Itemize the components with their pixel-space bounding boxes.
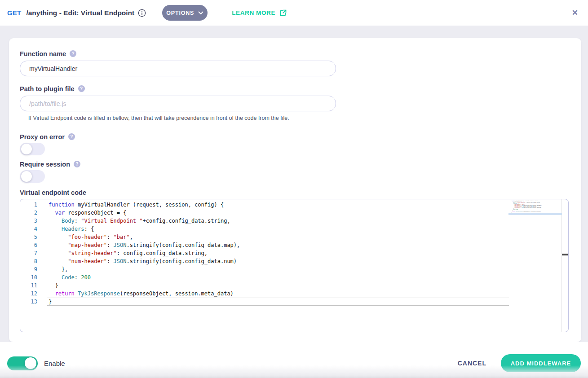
function-name-input[interactable] — [20, 61, 336, 76]
code-line: Body: "Virtual Endpoint "+config.config_… — [49, 217, 240, 225]
line-number: 12 — [20, 290, 37, 298]
code-line: "num-header": JSON.stringify(config.conf… — [49, 257, 240, 265]
function-name-field-label: Function name ? — [20, 50, 569, 57]
content-card: Function name ? Path to plugin file ? If… — [9, 38, 581, 342]
line-number: 9 — [20, 265, 37, 273]
proxy-on-error-toggle[interactable] — [20, 143, 45, 155]
http-method-badge: GET — [7, 9, 21, 17]
enable-toggle[interactable] — [7, 356, 38, 370]
plugin-path-input[interactable] — [20, 96, 336, 111]
line-number: 1 — [20, 201, 37, 209]
line-number: 6 — [20, 241, 37, 249]
editor-minimap[interactable]: function myVirtualHandler (request, sess… — [511, 200, 562, 219]
line-number: 8 — [20, 257, 37, 265]
require-session-field-label: Require session ? — [20, 161, 569, 167]
code-line: "foo-header": "bar", — [49, 233, 240, 241]
enable-label: Enable — [44, 360, 65, 367]
options-button[interactable]: OPTIONS — [162, 5, 208, 21]
code-line: Code: 200 — [49, 273, 240, 281]
plugin-path-label: Path to plugin file — [20, 85, 75, 92]
proxy-on-error-field-label: Proxy on error ? — [20, 133, 569, 140]
options-button-label: OPTIONS — [166, 10, 194, 16]
virtual-endpoint-panel: GET /anything - Edit: Virtual Endpoint O… — [0, 0, 588, 378]
learn-more-link[interactable]: LEARN MORE — [232, 9, 287, 17]
bottom-bar: Enable CANCEL ADD MIDDLEWARE — [0, 342, 588, 378]
editor-content: function myVirtualHandler (request, sess… — [49, 201, 240, 306]
indent-guide — [47, 209, 47, 298]
panel-title: /anything - Edit: Virtual Endpoint — [26, 9, 134, 17]
line-number: 3 — [20, 217, 37, 225]
scrollbar-separator — [561, 199, 562, 332]
line-number: 11 — [20, 281, 37, 290]
chevron-down-icon — [198, 11, 203, 15]
editor-label: Virtual endpoint code — [20, 189, 86, 196]
add-middleware-button[interactable]: ADD MIDDLEWARE — [501, 354, 581, 372]
help-icon[interactable]: ? — [74, 161, 80, 167]
toggle-knob — [21, 171, 32, 182]
mini-line: return TykJsResponse(responseObject, ses… — [511, 211, 519, 212]
mini-line: } — [511, 212, 519, 213]
minimap-code: function myVirtualHandler (request, sess… — [511, 200, 519, 213]
minimap-current-line-band — [508, 213, 562, 215]
close-icon[interactable]: ✕ — [569, 8, 581, 18]
help-icon[interactable]: ? — [70, 50, 76, 57]
learn-more-label: LEARN MORE — [232, 9, 275, 16]
code-line: } — [49, 281, 240, 290]
require-session-toggle[interactable] — [20, 170, 45, 183]
external-link-icon — [279, 9, 287, 17]
cancel-button[interactable]: CANCEL — [458, 360, 486, 367]
line-number: 2 — [20, 209, 37, 217]
line-number: 7 — [20, 249, 37, 257]
help-icon[interactable]: ? — [68, 133, 75, 140]
help-icon[interactable]: ? — [78, 85, 85, 92]
line-number: 5 — [20, 233, 37, 241]
line-number: 4 — [20, 225, 37, 233]
line-number: 13 — [20, 298, 37, 306]
code-editor[interactable]: 12345678910111213 function myVirtualHand… — [20, 199, 569, 332]
code-line: return TykJsResponse(responseObject, ses… — [49, 290, 240, 298]
code-line: "map-header": JSON.stringify(config.conf… — [49, 241, 240, 249]
code-line: }, — [49, 265, 240, 273]
code-line: Headers: { — [49, 225, 240, 233]
overview-ruler-cursor-mark — [562, 254, 568, 255]
editor-gutter: 12345678910111213 — [20, 201, 37, 306]
plugin-path-field-label: Path to plugin file ? — [20, 85, 569, 92]
plugin-path-helper-text: If Virtual Endpoint code is filled in be… — [28, 115, 569, 122]
code-line: } — [49, 298, 240, 306]
info-icon[interactable] — [138, 9, 146, 17]
toggle-knob — [25, 357, 36, 369]
code-line: var responseObject = { — [49, 209, 240, 217]
line-number: 10 — [20, 273, 37, 281]
function-name-label: Function name — [20, 50, 66, 57]
toggle-knob — [21, 144, 32, 154]
code-line: "string-header": config.config_data.stri… — [49, 249, 240, 257]
require-session-label: Require session — [20, 161, 70, 168]
editor-field-label: Virtual endpoint code — [20, 189, 569, 196]
top-bar: GET /anything - Edit: Virtual Endpoint O… — [0, 0, 588, 26]
code-line: function myVirtualHandler (request, sess… — [49, 201, 240, 209]
proxy-on-error-label: Proxy on error — [20, 133, 65, 141]
